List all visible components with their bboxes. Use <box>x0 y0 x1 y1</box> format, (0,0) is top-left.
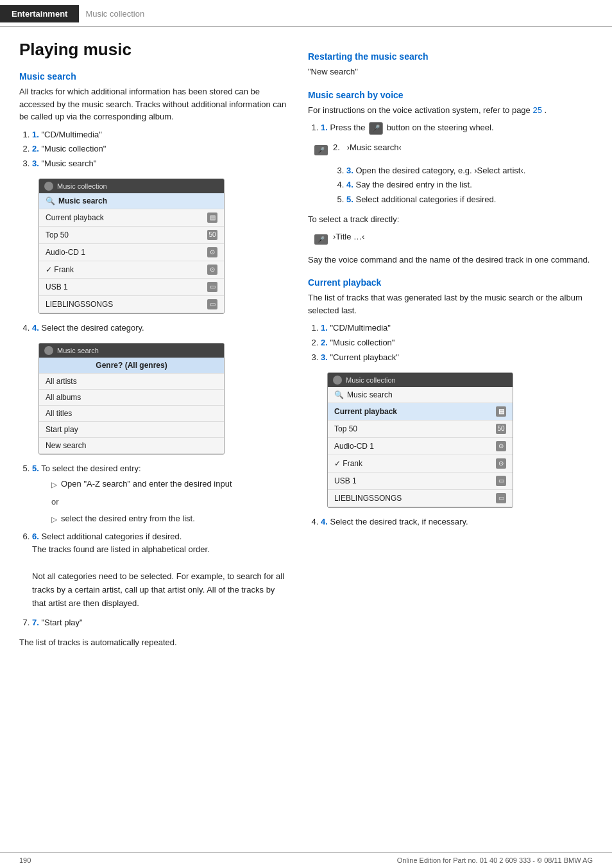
screen-mockup-1: Music collection 🔍 Music search Current … <box>38 178 225 314</box>
music-search-steps-1-3: 1. "CD/Multimedia" 2. "Music collection"… <box>32 128 289 171</box>
voice-cmd-title: 🎤 ›Title …‹ <box>314 230 593 248</box>
voice-icon-title: 🎤 <box>314 234 328 245</box>
step-text: "Start play" <box>41 618 82 627</box>
screen-row: All artists <box>39 374 224 390</box>
voice-search-body: For instructions on the voice activation… <box>308 104 593 117</box>
screen-title-3: Music collection <box>346 376 396 384</box>
voice-steps-3-5: 3. Open the desired category, e.g. ›Sele… <box>346 164 593 207</box>
voice-step-5: 5. Select additional categories if desir… <box>346 193 593 207</box>
cp-step-3: 3. "Current playback" <box>321 351 593 365</box>
footer: 190 Online Edition for Part no. 01 40 2 … <box>0 852 612 868</box>
step-text: Select additional categories if desired. <box>355 195 496 204</box>
current-playback-body: The list of tracks that was generated la… <box>308 291 593 317</box>
screen-icon <box>44 182 53 191</box>
row-icon: ⊙ <box>207 247 217 257</box>
step-text: Select the desired category. <box>41 323 144 333</box>
screen-title-2: Music search <box>57 347 99 354</box>
screen-row: USB 1 ▭ <box>328 473 513 490</box>
step-num: 3. <box>321 352 328 362</box>
sub-list-5: ▷ Open "A-Z search" and enter the desire… <box>51 478 289 491</box>
step-num: 1. <box>321 123 328 132</box>
sub-item-text: Open "A-Z search" and enter the desired … <box>61 478 232 491</box>
screen-row: Audio-CD 1 ⊙ <box>39 244 224 261</box>
list-item: 1. "CD/Multimedia" <box>32 128 289 142</box>
nav-music-collection: Music collection <box>85 5 144 22</box>
screen-mockup-2: Music search Genre? (All genres) All art… <box>38 343 225 455</box>
step-num: 2. <box>321 338 328 347</box>
step-suffix: button on the steering wheel. <box>387 123 494 132</box>
screen-row: USB 1 ▭ <box>39 279 224 296</box>
screen-row: 🔍 Music search <box>328 387 513 403</box>
step-num: 3. <box>32 159 39 168</box>
voice-search-body-text: For instructions on the voice activation… <box>308 105 531 115</box>
row-label: Audio-CD 1 <box>46 248 85 257</box>
screen-body-1: 🔍 Music search Current playback ▤ Top 50… <box>39 193 224 313</box>
sub-item: ▷ Open "A-Z search" and enter the desire… <box>51 478 289 491</box>
row-label: All titles <box>46 409 72 418</box>
list-item: 2. "Music collection" <box>32 143 289 156</box>
cp-step-4: 4. Select the desired track, if necessar… <box>321 516 593 529</box>
row-label: Top 50 <box>334 424 357 433</box>
screen-row: ✓ Frank ⊙ <box>328 455 513 473</box>
list-item-6: 6. Select additional categories if desir… <box>32 530 289 611</box>
step-text: "CD/Multimedia" <box>330 323 390 333</box>
voice-search-body-end: . <box>545 105 547 115</box>
voice-step-2: 2. ›Music search‹ <box>333 141 402 154</box>
row-label: ✓ Frank <box>46 265 74 274</box>
page-title: Playing music <box>19 40 289 60</box>
step-text: "Current playback" <box>330 352 399 362</box>
step-num: 6. <box>32 532 39 541</box>
screen-row: LIEBLINGSSONGS ▭ <box>328 490 513 507</box>
screen-row: All albums <box>39 390 224 406</box>
row-label: Music search <box>347 390 393 399</box>
voice-step-1: 1. Press the 🎤 button on the steering wh… <box>321 121 593 135</box>
row-label: Genre? (All genres) <box>96 361 167 370</box>
music-search-heading: Music search <box>19 71 289 82</box>
step-text: Press the <box>330 123 368 132</box>
step-num: 3. <box>346 166 353 175</box>
step-text: Select additional categories if desired.… <box>32 532 284 608</box>
list-item-5: 5. To select the desired entry: ▷ Open "… <box>32 462 289 526</box>
step-num: 5. <box>32 464 39 473</box>
track-direct-heading: To select a track directly: <box>308 213 593 226</box>
screen-row: LIEBLINGSSONGS ▭ <box>39 296 224 313</box>
row-left: 🔍 Music search <box>46 196 107 205</box>
screen-row: Audio-CD 1 ⊙ <box>328 438 513 455</box>
step-text: "Music collection" <box>41 144 106 153</box>
step-num: 1. <box>32 130 39 139</box>
list-item: 4. Select the desired category. <box>32 322 289 335</box>
screen-title-1: Music collection <box>57 182 107 190</box>
row-search-icon: 🔍 <box>334 390 344 399</box>
row-icon: ⊙ <box>207 265 217 275</box>
page-ref-link[interactable]: 25 <box>532 105 541 115</box>
list-item-7: 7. "Start play" <box>32 616 289 630</box>
voice-steps: 1. Press the 🎤 button on the steering wh… <box>321 121 593 135</box>
current-playback-heading: Current playback <box>308 277 593 288</box>
voice-step-4: 4. Say the desired entry in the list. <box>346 178 593 192</box>
restarting-text: "New search" <box>308 65 593 78</box>
screen-row: All titles <box>39 406 224 422</box>
step-num: 4. <box>346 180 353 189</box>
step-num: 4. <box>32 323 39 333</box>
row-icon: ▭ <box>207 282 217 292</box>
screen-row-highlighted: Current playback ▤ <box>328 403 513 421</box>
left-column: Playing music Music search All tracks fo… <box>19 40 289 654</box>
screen-header-1: Music collection <box>39 179 224 193</box>
row-label: LIEBLINGSSONGS <box>46 300 113 309</box>
screen-mockup-3: Music collection 🔍 Music search Current … <box>327 372 513 508</box>
row-search-icon: 🔍 <box>46 196 55 205</box>
voice-icon: 🎤 <box>314 145 328 155</box>
list-item: 3. "Music search" <box>32 157 289 171</box>
or-text: or <box>51 496 289 509</box>
row-icon: ⊙ <box>496 441 506 451</box>
copyright-text: Online Edition for Part no. 01 40 2 609 … <box>397 856 593 864</box>
track-direct-note: Say the voice command and the name of th… <box>308 254 593 266</box>
step-text: "CD/Multimedia" <box>41 130 101 139</box>
screen-row: New search <box>39 438 224 454</box>
screen-icon-3 <box>333 376 342 385</box>
cp-step-2: 2. "Music collection" <box>321 336 593 350</box>
right-column: Restarting the music search "New search"… <box>308 40 593 654</box>
screen-body-2: Genre? (All genres) All artists All albu… <box>39 358 224 454</box>
nav-entertainment[interactable]: Entertainment <box>0 5 79 22</box>
row-icon: ▭ <box>496 493 506 503</box>
